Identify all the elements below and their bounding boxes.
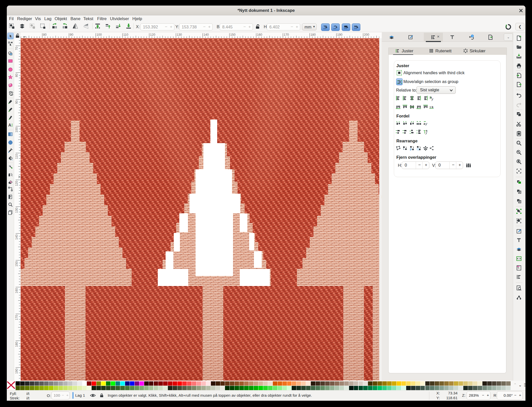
- svg-text:a: a: [432, 105, 433, 109]
- svg-text:150: 150: [230, 33, 236, 36]
- svg-text:160: 160: [257, 33, 262, 36]
- svg-text:170: 170: [284, 33, 289, 36]
- svg-text:70: 70: [15, 47, 18, 50]
- svg-text:80: 80: [43, 33, 47, 36]
- svg-text:170: 170: [15, 315, 18, 320]
- svg-text:110: 110: [123, 33, 128, 36]
- svg-text:180: 180: [311, 33, 316, 36]
- svg-text:120: 120: [15, 181, 18, 186]
- svg-text:80: 80: [15, 74, 18, 77]
- svg-text:190: 190: [15, 369, 18, 374]
- svg-text:a: a: [424, 122, 425, 126]
- svg-text:150: 150: [15, 261, 18, 267]
- svg-text:100: 100: [97, 33, 102, 36]
- svg-text:160: 160: [15, 288, 18, 293]
- svg-text:90: 90: [15, 100, 18, 104]
- svg-text:100: 100: [15, 127, 18, 133]
- svg-text:y: y: [429, 105, 431, 109]
- svg-text:140: 140: [204, 33, 209, 36]
- svg-text:120: 120: [150, 33, 155, 36]
- svg-text:y: y: [425, 131, 427, 135]
- svg-text:90: 90: [70, 33, 73, 36]
- svg-text:130: 130: [15, 208, 18, 213]
- svg-text:y: y: [431, 97, 434, 101]
- svg-text:200: 200: [364, 33, 369, 36]
- svg-text:130: 130: [177, 33, 182, 36]
- svg-text:A: A: [8, 123, 11, 127]
- svg-text:140: 140: [15, 234, 18, 240]
- svg-text:y: y: [425, 122, 428, 126]
- svg-text:190: 190: [337, 33, 343, 36]
- svg-text:180: 180: [15, 342, 18, 347]
- svg-text:110: 110: [15, 154, 18, 159]
- svg-text:9: 9: [472, 35, 473, 37]
